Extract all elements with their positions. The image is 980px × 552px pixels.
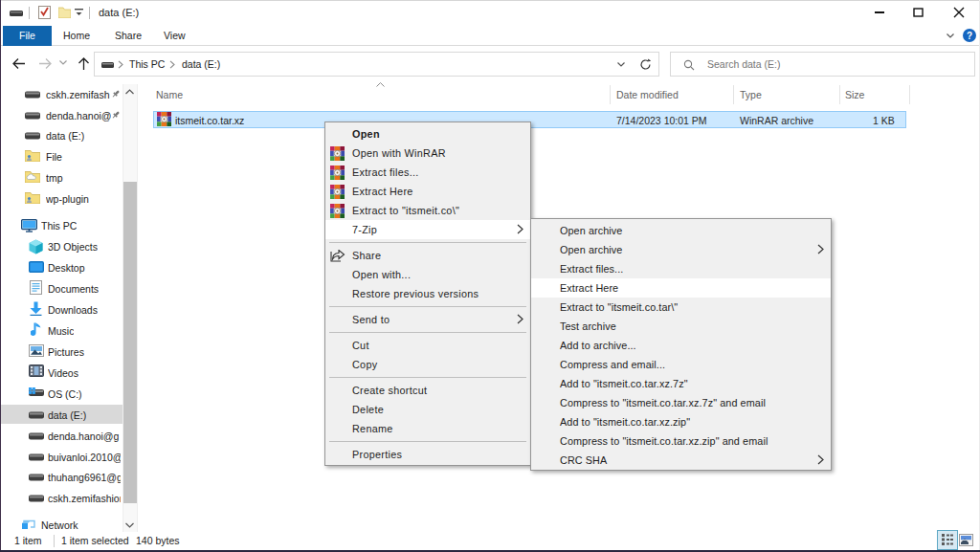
- svg-text:?: ?: [967, 31, 972, 41]
